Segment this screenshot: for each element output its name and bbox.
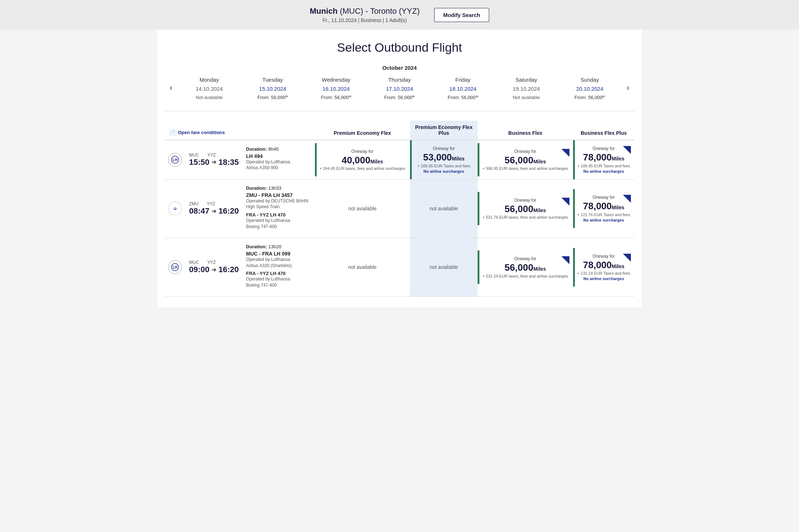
col3-header: Business Flex bbox=[478, 121, 573, 140]
miles-unit: Miles bbox=[612, 156, 624, 162]
fare-cell: not available bbox=[315, 238, 410, 296]
calendar-day[interactable]: Wednesday16.10.2024From: 56,000ᴹ bbox=[304, 77, 368, 100]
green-bar bbox=[478, 250, 479, 284]
arrive-time: 16:20 bbox=[218, 206, 239, 216]
route-cell: MUC YYZ 15:50 ➔ 18:35 bbox=[185, 140, 243, 179]
fare-cell-inner: Oneway for 53,000Miles + 106.95 EUR Taxe… bbox=[414, 146, 474, 173]
airline-logo-cell: LH bbox=[164, 140, 185, 179]
calendar-prev-button[interactable]: ‹ bbox=[164, 77, 178, 93]
col4-header: Business Flex Plus bbox=[573, 121, 634, 140]
calendar-day[interactable]: Thursday17.10.2024From: 56,000ᴹ bbox=[368, 77, 431, 100]
depart-time: 08:47 bbox=[189, 206, 209, 216]
green-bar bbox=[573, 248, 575, 287]
airline-logo-cell: LH bbox=[164, 238, 185, 296]
col1-header: Premium Economy Flex bbox=[315, 121, 410, 140]
calendar-next-button[interactable]: › bbox=[621, 77, 634, 93]
duration: Duration: 13h33 bbox=[246, 185, 311, 191]
fare-taxes: + 131.24 EUR Taxes and fees bbox=[577, 271, 630, 275]
calendar-day: Monday14.10.2024Not available bbox=[178, 77, 241, 100]
fare-cell-inner: Oneway for 78,000Miles + 106.95 EUR Taxe… bbox=[577, 146, 631, 173]
fare-oneway-label: Oneway for bbox=[593, 146, 615, 151]
fare-cell[interactable]: Oneway for 56,000Miles + 531.24 EUR taxe… bbox=[478, 238, 573, 296]
open-fare-label: Open fare conditions bbox=[178, 130, 225, 135]
fare-cell[interactable]: Oneway for 56,000Miles + 506.95 EUR taxe… bbox=[478, 140, 573, 179]
fare-not-available: not available bbox=[348, 264, 377, 270]
highlight-triangle bbox=[561, 256, 569, 264]
fare-oneway-label: Oneway for bbox=[593, 254, 615, 259]
flight-number: MUC - FRA LH 099 bbox=[246, 251, 311, 257]
day-date[interactable]: 20.10.2024 bbox=[576, 86, 603, 92]
airline-logo: LH bbox=[168, 260, 182, 274]
calendar-day[interactable]: Tuesday15.10.2024From: 56,000ᴹ bbox=[241, 77, 304, 100]
day-price: Not available bbox=[513, 95, 540, 100]
fare-cell[interactable]: Oneway for 78,000Miles + 106.95 EUR Taxe… bbox=[573, 140, 634, 179]
fare-taxes: + 521.76 EUR taxes, fees and airline sur… bbox=[482, 215, 568, 219]
calendar-day[interactable]: Sunday20.10.2024From: 56,000ᴹ bbox=[558, 77, 621, 100]
airline-logo: ⎉ bbox=[168, 202, 182, 215]
fare-miles: 56,000Miles bbox=[505, 262, 546, 273]
flight-row: ⎉ ZMU YYZ 08:47 ➔ 16:20 Duration: 13h33 … bbox=[164, 179, 634, 238]
day-date[interactable]: 18.10.2024 bbox=[449, 86, 477, 92]
day-name: Saturday bbox=[516, 77, 537, 83]
fare-cell[interactable]: Oneway for 56,000Miles + 521.76 EUR taxe… bbox=[478, 179, 573, 238]
arrive-time: 16:20 bbox=[218, 265, 239, 274]
open-fare-icon: 📄 bbox=[169, 129, 176, 136]
no-airline-surcharge: No airline surcharges bbox=[423, 169, 464, 173]
fare-cell-inner: Oneway for 56,000Miles + 506.95 EUR taxe… bbox=[481, 149, 569, 171]
fare-cell[interactable]: Oneway for 40,000Miles + 244.45 EUR taxe… bbox=[315, 140, 410, 179]
route-arrow-icon: ➔ bbox=[212, 266, 216, 273]
day-price: From: 56,000ᴹ bbox=[384, 95, 415, 100]
flight-row: LH MUC YYZ 09:00 ➔ 16:20 Duration: 13h20… bbox=[164, 238, 634, 296]
calendar-day[interactable]: Friday18.10.2024From: 56,000ᴹ bbox=[431, 77, 495, 100]
modify-search-button[interactable]: Modify Search bbox=[434, 8, 490, 22]
fare-taxes: + 244.45 EUR taxes, fees and airline sur… bbox=[320, 166, 405, 171]
depart-time: 15:50 bbox=[189, 158, 209, 167]
fare-miles: 40,000Miles bbox=[342, 155, 383, 166]
fare-miles: 78,000Miles bbox=[583, 152, 625, 163]
day-date[interactable]: 16.10.2024 bbox=[322, 86, 350, 92]
flight-number: FRA - YYZ LH 470 bbox=[246, 271, 311, 276]
day-date[interactable]: 15.10.2024 bbox=[259, 86, 286, 92]
miles-unit: Miles bbox=[612, 205, 624, 210]
fare-cell-inner: Oneway for 78,000Miles + 131.24 EUR Taxe… bbox=[577, 254, 631, 281]
route-from: Munich bbox=[310, 7, 338, 16]
route-codes: ZMU YYZ bbox=[189, 201, 239, 206]
fare-cell[interactable]: Oneway for 78,000Miles + 131.24 EUR Taxe… bbox=[573, 238, 634, 296]
fare-cell[interactable]: Oneway for 53,000Miles + 106.95 EUR Taxe… bbox=[410, 140, 478, 179]
fare-miles: 78,000Miles bbox=[583, 260, 625, 270]
day-date: 14.10.2024 bbox=[196, 86, 223, 92]
day-price: From: 56,000ᴹ bbox=[448, 95, 478, 100]
route-from-code: (MUC) - Toronto (YYZ) bbox=[340, 7, 420, 16]
green-bar bbox=[410, 140, 412, 179]
fare-oneway-label: Oneway for bbox=[514, 198, 536, 203]
fare-cell-inner: Oneway for 40,000Miles + 244.45 EUR taxe… bbox=[319, 149, 406, 171]
fare-miles: 78,000Miles bbox=[583, 201, 625, 211]
miles-unit: Miles bbox=[371, 159, 383, 164]
flight-detail: Operated by:LufthansaBoeing 747-400 bbox=[246, 276, 311, 288]
route-codes: MUC YYZ bbox=[189, 153, 239, 158]
day-name: Wednesday bbox=[322, 77, 350, 83]
arrive-time: 18:35 bbox=[218, 158, 239, 167]
flight-info-cell: Duration: 8h45 LH 494 Operated by:Luftha… bbox=[243, 140, 315, 179]
fare-cell-inner: Oneway for 56,000Miles + 521.76 EUR taxe… bbox=[481, 198, 569, 220]
top-bar: Munich (MUC) - Toronto (YYZ) Fr., 11.10.… bbox=[0, 0, 799, 30]
flight-number: FRA - YYZ LH 470 bbox=[246, 212, 311, 218]
no-airline-surcharge: No airline surcharges bbox=[584, 276, 624, 281]
day-price: From: 56,000ᴹ bbox=[257, 95, 288, 100]
calendar-day: Saturday19.10.2024Not available bbox=[495, 77, 558, 100]
day-price: From: 56,000ᴹ bbox=[321, 95, 351, 100]
route-heading: Munich (MUC) - Toronto (YYZ) bbox=[310, 7, 420, 16]
miles-unit: Miles bbox=[452, 156, 465, 162]
flight-detail: Operated by:DEUTSCHE BAHNHigh Speed Trai… bbox=[246, 198, 311, 210]
fare-miles: 56,000Miles bbox=[505, 155, 546, 166]
column-headers: 📄 Open fare conditions Premium Economy F… bbox=[164, 121, 634, 140]
fare-taxes: + 121.76 EUR Taxes and fees bbox=[577, 213, 630, 217]
route-arrow-icon: ➔ bbox=[212, 208, 216, 215]
miles-unit: Miles bbox=[533, 159, 546, 164]
day-name: Monday bbox=[200, 77, 219, 83]
day-date[interactable]: 17.10.2024 bbox=[386, 86, 413, 92]
green-bar bbox=[315, 143, 317, 177]
route-arrow-icon: ➔ bbox=[212, 159, 216, 166]
fare-cell[interactable]: Oneway for 78,000Miles + 121.76 EUR Taxe… bbox=[573, 179, 634, 238]
fare-oneway-label: Oneway for bbox=[514, 149, 536, 154]
